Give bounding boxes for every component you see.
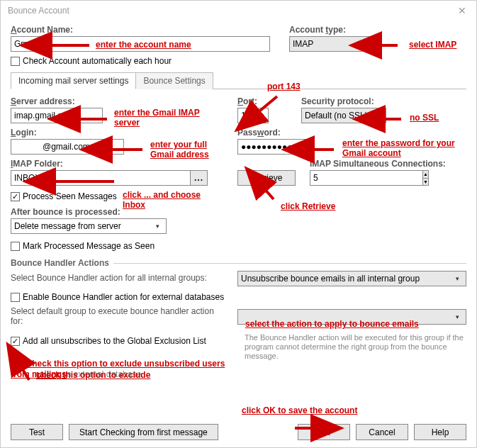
mark-seen-checkbox[interactable]	[11, 242, 20, 251]
imap-conn-spinner[interactable]: ▲ ▼	[310, 170, 352, 186]
process-seen-checkbox[interactable]	[11, 192, 20, 201]
imap-conn-label: IMAP Simultaneous Connections:	[310, 159, 466, 169]
port-label: Port:	[237, 96, 287, 106]
imap-folder-input[interactable]	[11, 170, 191, 186]
check-auto-checkbox[interactable]	[11, 57, 20, 66]
add-unsub-label: Add all unsubscribes to the Global Exclu…	[23, 336, 206, 346]
port-input[interactable]	[237, 108, 269, 123]
account-type-select[interactable]: IMAP ▾	[289, 36, 374, 52]
after-bounce-select[interactable]: Delete message from server ▾	[11, 218, 167, 234]
login-label: Login:	[11, 128, 223, 138]
mark-seen-label: Mark Processed Message as Seen	[23, 241, 155, 251]
window-title: Bounce Account	[8, 6, 455, 16]
chevron-down-icon: ▾	[451, 313, 463, 320]
close-icon[interactable]: ✕	[455, 5, 469, 16]
process-seen-label: Process Seen Messages	[23, 191, 117, 201]
enable-external-checkbox[interactable]	[11, 293, 20, 302]
help-text: The Bounce Handler action will be execut…	[245, 333, 466, 380]
cancel-button[interactable]: Cancel	[356, 424, 408, 440]
titlebar: Bounce Account ✕	[1, 1, 476, 21]
spinner-down-icon[interactable]: ▼	[423, 179, 428, 186]
ok-button[interactable]: OK	[298, 424, 350, 440]
bounce-account-window: Bounce Account ✕ Account Name: Account t…	[0, 0, 477, 448]
password-input[interactable]	[237, 139, 313, 155]
account-name-label: Account Name:	[11, 25, 275, 35]
check-auto-label: Check Account automatically each hour	[23, 56, 172, 66]
browse-folder-button[interactable]: ...	[191, 170, 208, 186]
retrieve-button[interactable]: Retrieve	[237, 170, 296, 186]
test-button[interactable]: Test	[11, 424, 63, 440]
add-unsub-checkbox[interactable]	[11, 337, 20, 346]
enable-external-label: Enable Bounce Handler action for externa…	[23, 292, 224, 302]
chevron-down-icon: ▾	[451, 275, 463, 282]
password-label: Password:	[237, 128, 466, 138]
tab-bounce-settings[interactable]: Bounce Settings	[135, 72, 213, 89]
after-bounce-label: After bounce is processed:	[11, 207, 466, 217]
account-name-input[interactable]	[11, 36, 270, 52]
chevron-down-icon: ▾	[152, 223, 163, 230]
chevron-down-icon: ▾	[359, 40, 371, 47]
annotation: click OK to save the account	[242, 406, 357, 416]
start-checking-button[interactable]: Start Checking from first message	[69, 424, 218, 440]
login-input[interactable]	[11, 139, 124, 155]
tab-incoming[interactable]: Incoming mail server settings	[11, 72, 136, 89]
help-button[interactable]: Help	[414, 424, 466, 440]
security-label: Security protocol:	[301, 96, 466, 106]
bha-internal-label: Select Bounce Handler action for all int…	[11, 273, 223, 283]
spinner-up-icon[interactable]: ▲	[423, 171, 428, 179]
bha-title: Bounce Handler Actions	[11, 258, 109, 268]
default-group-select[interactable]: ▾	[237, 309, 466, 325]
server-address-label: Server address:	[11, 96, 223, 106]
default-group-label: Select default group to execute bounce h…	[11, 306, 223, 326]
server-address-input[interactable]	[11, 108, 103, 123]
imap-folder-label: IMAP Folder:	[11, 159, 223, 169]
chevron-down-icon: ▾	[371, 112, 383, 119]
security-select[interactable]: Default (no SSL) ▾	[301, 108, 386, 123]
bha-internal-select[interactable]: Unsubscribe bounce emails in all interna…	[237, 271, 466, 286]
account-type-label: Account type:	[289, 25, 466, 35]
